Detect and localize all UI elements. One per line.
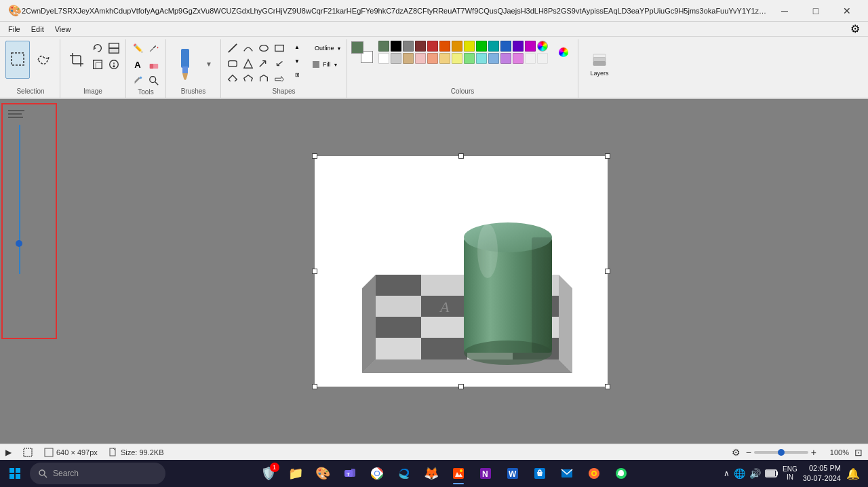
- layers-btn[interactable]: Layers: [583, 45, 616, 83]
- palette-color-11[interactable]: [513, 41, 524, 52]
- palette-color-10[interactable]: [500, 41, 511, 52]
- zoom-out-btn[interactable]: −: [746, 447, 751, 458]
- shape-hexagon-btn[interactable]: [256, 72, 271, 81]
- shapes-scroll-up-btn[interactable]: ▲: [290, 41, 304, 54]
- shape-arrow2-btn[interactable]: [272, 56, 287, 71]
- palette-color-24[interactable]: [513, 53, 524, 64]
- network-icon[interactable]: 🌐: [734, 468, 745, 479]
- color-pick-btn[interactable]: [106, 41, 121, 56]
- magnifier-btn[interactable]: [146, 73, 161, 88]
- zoom-in-btn[interactable]: +: [811, 447, 816, 458]
- shapes-dropdown-btn[interactable]: ⊞: [290, 69, 304, 81]
- text-btn[interactable]: A: [130, 57, 145, 72]
- palette-color-17[interactable]: [427, 53, 438, 64]
- minimize-button[interactable]: ─: [769, 0, 800, 22]
- shape-rounded-rect-btn[interactable]: [225, 56, 240, 71]
- language-indicator[interactable]: ENG IN: [783, 465, 797, 482]
- eraser-btn[interactable]: [146, 57, 161, 72]
- taskbar-app-store[interactable]: [528, 461, 552, 486]
- maximize-button[interactable]: □: [800, 0, 831, 22]
- shape-triangle-btn[interactable]: [241, 56, 256, 71]
- taskbar-app-extra2[interactable]: [609, 461, 633, 486]
- palette-color-9[interactable]: [488, 41, 499, 52]
- start-button[interactable]: [3, 461, 27, 486]
- rotate-btn[interactable]: [90, 41, 105, 56]
- shape-right-arrow-btn[interactable]: [272, 72, 287, 81]
- palette-color-13[interactable]: [378, 53, 389, 64]
- notification-icon[interactable]: 🔔: [846, 467, 860, 480]
- taskbar-app-word[interactable]: W: [500, 461, 525, 486]
- palette-color-19[interactable]: [452, 53, 462, 64]
- brush-main-btn[interactable]: [170, 46, 200, 83]
- palette-color-8[interactable]: [476, 41, 487, 52]
- color1-box[interactable]: [351, 41, 363, 54]
- taskbar-app-onenote[interactable]: N: [473, 461, 498, 486]
- fill-btn[interactable]: [146, 41, 161, 56]
- system-clock[interactable]: 02:05 PM 30-07-2024: [803, 463, 841, 484]
- palette-color-16[interactable]: [415, 53, 426, 64]
- taskbar-app-edge[interactable]: [392, 461, 416, 486]
- color-picker-btn[interactable]: [130, 73, 145, 88]
- selection-rectangular-btn[interactable]: [5, 41, 30, 79]
- palette-color-blank[interactable]: [537, 53, 548, 64]
- palette-color-18[interactable]: [439, 53, 450, 64]
- zoom-fit-btn[interactable]: ⊡: [854, 447, 863, 458]
- taskbar-app-chrome[interactable]: [365, 461, 389, 486]
- palette-color-25[interactable]: [525, 53, 536, 64]
- palette-color-22[interactable]: [488, 53, 499, 64]
- outline-btn[interactable]: Outline ▼: [309, 41, 342, 56]
- brush-dropdown-btn[interactable]: ▼: [201, 57, 216, 72]
- edit-colors-btn[interactable]: [553, 42, 574, 62]
- zoom-slider[interactable]: [754, 451, 808, 454]
- canvas-area[interactable]: A B: [0, 99, 868, 444]
- palette-color-5[interactable]: [439, 41, 450, 52]
- settings-status-icon[interactable]: ⚙: [732, 447, 741, 458]
- palette-color-1[interactable]: [391, 41, 401, 52]
- crop-btn[interactable]: [64, 41, 89, 79]
- palette-color-0[interactable]: [378, 41, 389, 52]
- palette-color-rainbow[interactable]: [537, 41, 548, 52]
- taskbar-app-paint-emoji[interactable]: 🎨: [311, 461, 335, 486]
- volume-icon[interactable]: 🔊: [749, 468, 761, 479]
- palette-color-20[interactable]: [464, 53, 475, 64]
- palette-color-12[interactable]: [525, 41, 536, 52]
- palette-color-3[interactable]: [415, 41, 426, 52]
- menu-view[interactable]: View: [50, 24, 77, 35]
- palette-color-6[interactable]: [452, 41, 462, 52]
- show-hidden-icons-btn[interactable]: ∧: [724, 469, 730, 478]
- taskbar-app-extra1[interactable]: [582, 461, 606, 486]
- shape-pentagon-btn[interactable]: [241, 72, 256, 81]
- battery-icon[interactable]: [765, 469, 778, 478]
- shape-diamond-btn[interactable]: [225, 72, 240, 81]
- settings-icon[interactable]: ⚙: [850, 23, 860, 35]
- taskbar-app-firefox[interactable]: 🦊: [419, 461, 443, 486]
- shape-line-btn[interactable]: [225, 41, 240, 56]
- shape-oval-btn[interactable]: [256, 41, 271, 56]
- palette-color-21[interactable]: [476, 53, 487, 64]
- menu-edit[interactable]: Edit: [26, 24, 50, 35]
- palette-color-4[interactable]: [427, 41, 438, 52]
- close-button[interactable]: ✕: [831, 0, 863, 22]
- shape-rect-btn[interactable]: [272, 41, 287, 56]
- menu-file[interactable]: File: [3, 24, 26, 35]
- properties-btn[interactable]: [106, 57, 121, 72]
- canvas-image[interactable]: A B: [315, 156, 608, 387]
- resize-btn[interactable]: [90, 57, 105, 72]
- taskbar-app-security[interactable]: 🛡️ 1: [256, 461, 281, 486]
- selection-free-btn[interactable]: [31, 41, 56, 79]
- fill-shape-btn[interactable]: Fill ▼: [309, 57, 342, 72]
- palette-color-23[interactable]: [500, 53, 511, 64]
- palette-color-7[interactable]: [464, 41, 475, 52]
- taskbar-app-mail[interactable]: [555, 461, 579, 486]
- shape-arrow-btn[interactable]: [256, 56, 271, 71]
- shape-curve-btn[interactable]: [241, 41, 256, 56]
- taskbar-app-teams[interactable]: T: [338, 461, 362, 486]
- taskbar-search[interactable]: Search: [30, 463, 165, 484]
- taskbar-app-paint[interactable]: [446, 461, 471, 486]
- palette-color-14[interactable]: [391, 53, 401, 64]
- palette-color-15[interactable]: [403, 53, 414, 64]
- palette-color-2[interactable]: [403, 41, 414, 52]
- shapes-scroll-down-btn[interactable]: ▼: [290, 55, 304, 68]
- pencil-btn[interactable]: ✏️: [130, 41, 145, 56]
- taskbar-app-explorer[interactable]: 📁: [283, 461, 308, 486]
